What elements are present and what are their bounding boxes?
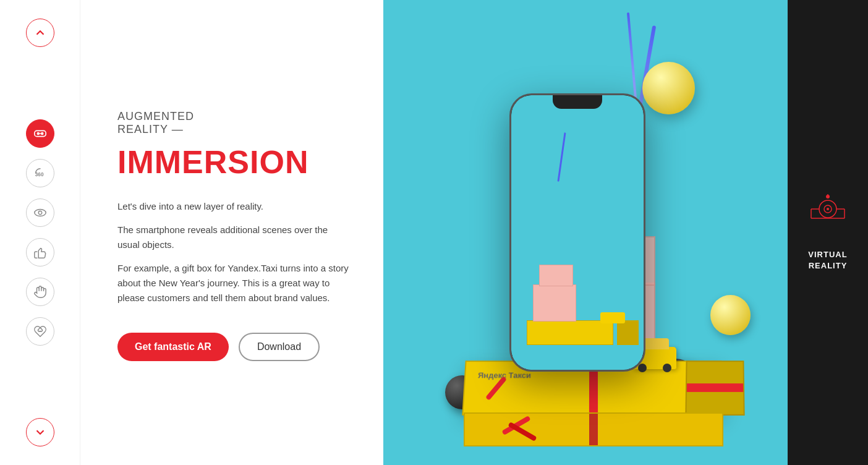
sphere-yellow-small (710, 295, 751, 335)
svg-point-6 (38, 211, 42, 215)
svg-point-1 (36, 132, 40, 135)
action-buttons: Get fantastic AR Download (117, 333, 352, 361)
page-title: IMMERSION (117, 143, 352, 181)
sidebar: 360 (0, 0, 80, 465)
right-panel: VIRTUAL REALITY (788, 0, 868, 465)
sidebar-item-hand[interactable] (26, 278, 54, 306)
phone-notch (553, 95, 602, 109)
description-1: Let's dive into a new layer of reality. (117, 199, 352, 214)
sidebar-item-360[interactable]: 360 (26, 159, 54, 187)
svg-text:360: 360 (35, 172, 43, 177)
subtitle: AUGMENTED REALITY — (117, 110, 352, 136)
description-2: The smartphone reveals additional scenes… (117, 223, 352, 252)
nav-up-button[interactable] (26, 19, 54, 47)
svg-point-2 (40, 132, 43, 135)
yandex-box-side (685, 360, 744, 416)
sidebar-item-thumbsup[interactable] (26, 238, 54, 267)
description-3: For example, a gift box for Yandex.Taxi … (117, 261, 352, 305)
vr-label: VIRTUAL REALITY (808, 249, 847, 271)
sidebar-item-handshake[interactable] (26, 317, 54, 346)
download-button[interactable]: Download (239, 333, 320, 361)
svg-point-14 (827, 208, 829, 210)
svg-point-5 (34, 210, 45, 216)
main-content: AUGMENTED REALITY — IMMERSION Let's dive… (80, 0, 383, 465)
phone-screen (511, 95, 644, 370)
yandex-box-front (464, 412, 723, 446)
vr-section-icon (806, 194, 849, 237)
sidebar-item-vr-goggles[interactable] (26, 119, 54, 148)
ribbon-2 (627, 12, 637, 99)
sidebar-item-eye[interactable] (26, 198, 54, 227)
nav-down-button[interactable] (26, 418, 54, 446)
phone-mockup (509, 93, 645, 372)
sphere-yellow-large (642, 62, 695, 114)
get-ar-button[interactable]: Get fantastic AR (117, 333, 229, 361)
hero-area: Яндекс Такси (383, 0, 788, 465)
svg-point-16 (826, 195, 830, 198)
sidebar-nav: 360 (26, 119, 54, 346)
